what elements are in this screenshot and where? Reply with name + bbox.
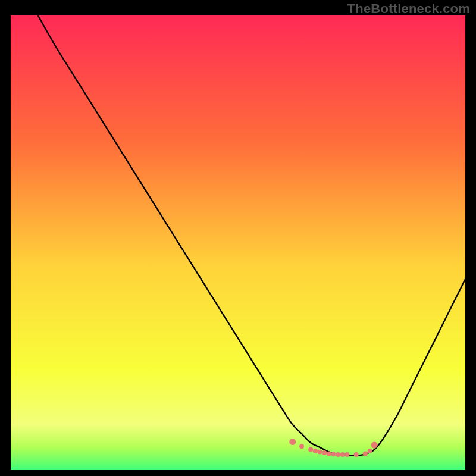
optimal-dot — [327, 452, 331, 456]
optimal-dot — [313, 449, 318, 453]
optimal-dot — [322, 450, 327, 455]
optimal-dot — [299, 444, 304, 449]
optimal-dot — [336, 452, 340, 457]
chart-frame — [11, 15, 465, 470]
optimal-dot — [345, 452, 349, 457]
watermark-text: TheBottleneck.com — [347, 1, 470, 17]
optimal-dot — [331, 452, 336, 456]
optimal-dot — [318, 449, 322, 454]
optimal-dot — [289, 439, 296, 445]
optimal-dot — [308, 447, 313, 452]
optimal-dot — [340, 452, 345, 457]
bottleneck-chart — [11, 15, 465, 470]
optimal-dot — [368, 449, 372, 453]
optimal-dot — [354, 452, 359, 457]
optimal-dot — [371, 442, 378, 449]
optimal-dot — [363, 452, 368, 456]
